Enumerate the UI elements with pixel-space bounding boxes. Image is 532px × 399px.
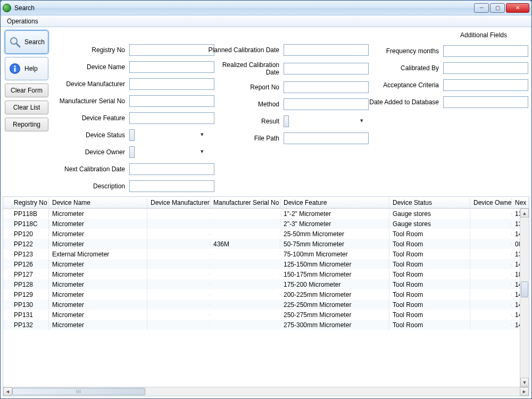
th-manufacturer-serial-no[interactable]: Manufacturer Serial No (210, 198, 280, 207)
label-method: Method (207, 101, 280, 108)
table-cell: Micrometer (49, 260, 147, 269)
table-cell: Micrometer (49, 280, 147, 289)
input-device-name[interactable] (129, 61, 214, 73)
search-icon (9, 36, 21, 48)
table-cell (147, 314, 210, 316)
table-cell: Micrometer (49, 209, 147, 219)
table-row[interactable]: PP118CMicrometer2"-3" MicrometerGauge st… (3, 219, 529, 229)
scroll-down-icon[interactable]: ▼ (520, 378, 529, 387)
input-file-path[interactable] (284, 132, 369, 144)
input-next-calibration-date[interactable] (129, 163, 214, 175)
scroll-up-icon[interactable]: ▲ (520, 209, 529, 218)
table-cell (147, 324, 210, 326)
scroll-track[interactable] (520, 218, 529, 378)
clear-list-button[interactable]: Clear List (5, 101, 48, 114)
table-cell: Micrometer (49, 239, 147, 249)
search-button-label: Search (24, 38, 45, 46)
table-row[interactable]: PP123External Micrometer75-100mm Microme… (3, 249, 529, 259)
reporting-button[interactable]: Reporting (5, 118, 48, 131)
table-cell: PP126 (3, 260, 49, 269)
form-area: Registry No Device Name Device Manufactu… (51, 28, 530, 196)
input-frequency-months[interactable] (443, 45, 528, 57)
table-cell (210, 324, 280, 326)
select-device-status[interactable] (129, 129, 135, 141)
scroll-right-icon[interactable]: ► (520, 387, 529, 396)
table-cell: PP123 (3, 250, 49, 259)
form-col-1: Registry No Device Name Device Manufactu… (53, 31, 207, 192)
scroll-thumb[interactable] (521, 281, 528, 297)
table-cell (147, 263, 210, 265)
svg-point-4 (14, 65, 15, 67)
input-device-feature[interactable] (129, 112, 214, 124)
label-device-owner: Device Owner (53, 148, 126, 156)
table-row[interactable]: PP126Micrometer125-150mm MicrometerTool … (3, 259, 529, 269)
side-buttons: Search Help Clear Form Clear List Report… (3, 28, 51, 196)
table-cell (470, 273, 512, 276)
close-button[interactable]: ✕ (506, 3, 529, 13)
table-row[interactable]: PP120Micrometer25-50mm MicrometerTool Ro… (3, 229, 529, 239)
minimize-button[interactable]: ─ (474, 3, 489, 13)
th-device-name[interactable]: Device Name (49, 198, 147, 207)
scroll-left-icon[interactable]: ◄ (3, 387, 12, 396)
input-date-added[interactable] (443, 96, 528, 108)
table-cell (210, 273, 280, 276)
input-device-manufacturer[interactable] (129, 78, 214, 90)
results-table: Registry No Device Name Device Manufactu… (3, 196, 529, 396)
input-method[interactable] (284, 98, 369, 110)
table-cell: Gauge stores (389, 219, 470, 229)
table-cell (470, 243, 512, 245)
table-cell: Gauge stores (389, 209, 470, 219)
input-realized-calibration-date[interactable] (284, 63, 369, 74)
table-cell: Tool Room (389, 229, 470, 239)
search-button[interactable]: Search (5, 30, 48, 54)
menu-operations[interactable]: Operations (4, 16, 41, 26)
table-cell: 125-150mm Micrometer (280, 260, 389, 269)
select-device-owner[interactable] (129, 146, 135, 158)
table-row[interactable]: PP128Micrometer175-200 MicrometerTool Ro… (3, 279, 529, 289)
table-row[interactable]: PP129Micrometer200-225mm MicrometerTool … (3, 289, 529, 300)
maximize-button[interactable]: ▢ (490, 3, 505, 13)
table-cell: PP132 (3, 320, 49, 330)
table-cell: Micrometer (49, 320, 147, 330)
table-cell: Micrometer (49, 310, 147, 320)
table-row[interactable]: PP118BMicrometer1"-2" MicrometerGauge st… (3, 209, 529, 219)
th-next[interactable]: Nex (512, 198, 529, 207)
input-description[interactable] (129, 180, 214, 192)
titlebar[interactable]: Search ─ ▢ ✕ (1, 1, 531, 15)
table-cell (210, 233, 280, 235)
table-cell: PP130 (3, 300, 49, 310)
th-device-status[interactable]: Device Status (389, 198, 470, 207)
help-button-label: Help (24, 65, 38, 72)
th-device-manufacturer[interactable]: Device Manufacturer (147, 198, 210, 207)
input-manufacturer-serial-no[interactable] (129, 95, 214, 107)
table-cell (470, 304, 512, 306)
label-date-added: Date Added to Database (367, 98, 440, 106)
hscroll-track[interactable] (12, 387, 520, 396)
table-cell: PP120 (3, 229, 49, 239)
table-row[interactable]: PP131Micrometer250-275mm MicrometerTool … (3, 310, 529, 320)
select-result[interactable] (284, 115, 289, 127)
horizontal-scrollbar[interactable]: ◄ ► (3, 387, 529, 396)
app-icon (3, 4, 11, 12)
table-row[interactable]: PP122Micrometer436M50-75mm MicrometerToo… (3, 239, 529, 249)
input-calibrated-by[interactable] (443, 62, 528, 74)
input-acceptance-criteria[interactable] (443, 79, 528, 91)
th-device-owner[interactable]: Device Owner (470, 198, 512, 207)
input-report-no[interactable] (284, 81, 369, 93)
table-row[interactable]: PP130Micrometer225-250mm MicrometerTool … (3, 300, 529, 310)
input-planned-calibration-date[interactable] (284, 44, 369, 56)
table-cell: 200-225mm Micrometer (280, 290, 389, 300)
table-row[interactable]: PP132Micrometer275-300mm MicrometerTool … (3, 320, 529, 330)
help-button[interactable]: Help (5, 57, 48, 80)
th-device-feature[interactable]: Device Feature (280, 198, 389, 207)
label-result: Result (207, 118, 280, 125)
clear-form-button[interactable]: Clear Form (5, 84, 48, 97)
vertical-scrollbar[interactable]: ▲ ▼ (520, 209, 529, 387)
label-description: Description (53, 182, 126, 190)
input-registry-no[interactable] (129, 44, 214, 56)
table-row[interactable]: PP127Micrometer150-175mm MicrometerTool … (3, 269, 529, 279)
hscroll-thumb[interactable] (12, 388, 145, 395)
table-cell: 2"-3" Micrometer (280, 219, 389, 229)
table-cell (210, 304, 280, 306)
th-registry-no[interactable]: Registry No (3, 198, 49, 207)
